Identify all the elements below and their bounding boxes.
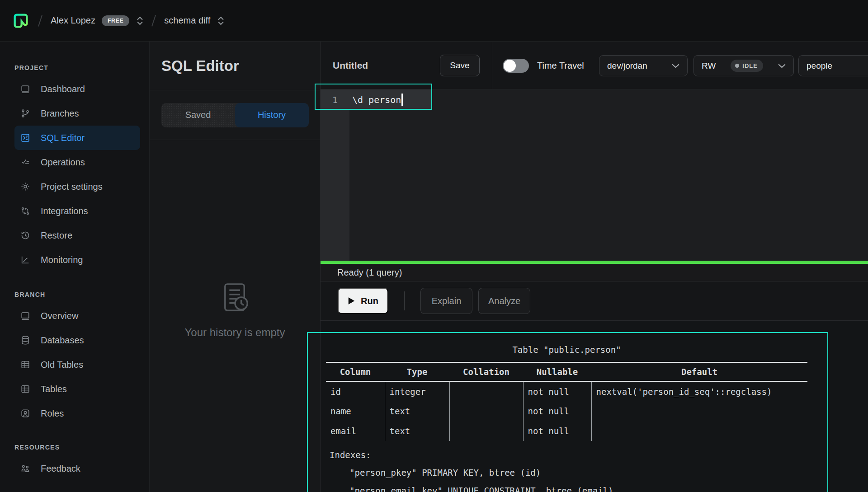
code-highlight-annotation xyxy=(315,84,432,110)
cell xyxy=(449,401,523,421)
top-bar: Alex Lopez FREE schema diff xyxy=(0,0,868,42)
time-travel-toggle[interactable] xyxy=(503,59,529,73)
org-switcher-chevrons-icon[interactable] xyxy=(137,16,143,26)
cell: not null xyxy=(523,401,591,421)
sidebar-item-databases[interactable]: Databases xyxy=(14,328,140,352)
sidebar-item-feedback[interactable]: Feedback xyxy=(14,456,140,481)
database-select[interactable]: people xyxy=(798,55,868,76)
table-row: name text not null xyxy=(326,401,807,421)
editor-gutter xyxy=(321,89,349,261)
gear-icon xyxy=(20,181,31,192)
index-entry: "person_email_key" UNIQUE CONSTRAINT, bt… xyxy=(326,482,827,492)
results-table-title: Table "public.person" xyxy=(326,342,807,357)
checklist-icon xyxy=(20,157,31,168)
index-entry: "person_pkey" PRIMARY KEY, btree (id) xyxy=(326,464,827,482)
sidebar-item-monitoring[interactable]: Monitoring xyxy=(14,248,140,272)
tab-history[interactable]: History xyxy=(235,103,309,127)
sidebar-item-operations[interactable]: Operations xyxy=(14,150,140,174)
org-name[interactable]: Alex Lopez xyxy=(51,15,95,26)
explain-button[interactable]: Explain xyxy=(420,288,472,314)
analyze-button[interactable]: Analyze xyxy=(478,288,530,314)
document-clock-icon xyxy=(218,280,252,314)
tab-saved[interactable]: Saved xyxy=(161,103,235,127)
cell: not null xyxy=(523,381,591,401)
people-icon xyxy=(20,463,31,474)
breadcrumb-slash-icon xyxy=(151,15,156,26)
history-clock-icon xyxy=(20,230,31,241)
column-header: Default xyxy=(591,362,807,381)
sidebar-item-old-tables[interactable]: Old Tables xyxy=(14,352,140,377)
plan-badge: FREE xyxy=(102,15,129,26)
run-button[interactable]: Run xyxy=(338,288,388,314)
toolbar-divider xyxy=(492,42,492,89)
chart-icon xyxy=(20,254,31,265)
table-row: email text not null xyxy=(326,421,807,441)
column-header: Nullable xyxy=(523,362,591,381)
cell: text xyxy=(385,421,449,441)
sidebar-section-project: PROJECT xyxy=(14,59,140,77)
action-buttons-row: Run Explain Analyze xyxy=(321,281,868,321)
sidebar-item-project-settings[interactable]: Project settings xyxy=(14,174,140,199)
schema-table: Column Type Collation Nullable Default i… xyxy=(326,362,807,441)
column-header: Type xyxy=(385,362,449,381)
table-header-row: Column Type Collation Nullable Default xyxy=(326,362,807,381)
table-icon xyxy=(20,359,31,370)
database-icon xyxy=(20,335,31,346)
main-area: Untitled Save Time Travel dev/jordan RW … xyxy=(320,42,868,492)
neon-console: Alex Lopez FREE schema diff PROJECT Dash… xyxy=(0,0,868,492)
sql-editor-panel-header: SQL Editor xyxy=(150,42,320,90)
sidebar-item-label: SQL Editor xyxy=(41,133,85,143)
sidebar-item-label: Restore xyxy=(41,230,72,241)
sidebar-item-branches[interactable]: Branches xyxy=(14,101,140,126)
breadcrumb-slash-icon xyxy=(38,15,42,26)
branch-select-value: dev/jordan xyxy=(607,61,647,71)
sidebar-item-roles[interactable]: Roles xyxy=(14,401,140,426)
sidebar-item-restore[interactable]: Restore xyxy=(14,223,140,248)
sidebar-item-tables[interactable]: Tables xyxy=(14,377,140,401)
sidebar-item-dashboard[interactable]: Dashboard xyxy=(14,77,140,101)
branch-select[interactable]: dev/jordan xyxy=(599,55,688,76)
cell: email xyxy=(326,421,385,441)
sidebar-item-integrations[interactable]: Integrations xyxy=(14,199,140,223)
sql-editor-panel: SQL Editor Saved History Your history is… xyxy=(149,42,320,492)
integrations-icon xyxy=(20,206,31,216)
chevron-down-icon xyxy=(672,64,679,68)
sidebar-item-label: Old Tables xyxy=(41,360,83,370)
sidebar-item-label: Overview xyxy=(41,311,78,321)
project-switcher-chevrons-icon[interactable] xyxy=(217,16,224,26)
cell xyxy=(591,421,807,441)
project-name[interactable]: schema diff xyxy=(164,15,210,26)
user-badge-icon xyxy=(20,408,31,419)
chevron-down-icon xyxy=(778,64,786,68)
endpoint-rw-label: RW xyxy=(702,61,716,71)
sidebar-item-overview[interactable]: Overview xyxy=(14,304,140,328)
status-ready-text: Ready (1 query) xyxy=(337,267,402,278)
indexes-label: Indexes: xyxy=(326,446,827,464)
results-highlight-annotation: Table "public.person" Column Type Collat… xyxy=(307,332,828,492)
git-branch-icon xyxy=(20,108,31,119)
neon-logo[interactable] xyxy=(12,11,30,30)
sidebar-item-label: Project settings xyxy=(41,182,103,192)
code-editor[interactable]: 1 \d person xyxy=(321,89,868,261)
status-text: IDLE xyxy=(742,62,758,69)
sidebar-section-resources: RESOURCES xyxy=(14,438,140,456)
database-select-value: people xyxy=(807,61,832,71)
cell xyxy=(591,401,807,421)
sidebar-section-branch: BRANCH xyxy=(14,286,140,304)
saved-history-segmented-control: Saved History xyxy=(161,103,309,127)
cell: id xyxy=(326,381,385,401)
cell: integer xyxy=(385,381,449,401)
tabs-row: Saved History xyxy=(150,90,320,140)
cell: nextval('person_id_seq'::regclass) xyxy=(591,381,807,401)
compute-endpoint-select[interactable]: RW IDLE xyxy=(693,55,794,76)
cell: not null xyxy=(523,421,591,441)
status-row: Ready (1 query) xyxy=(321,264,868,281)
buttons-separator xyxy=(404,291,405,310)
column-header: Column xyxy=(326,362,385,381)
sidebar-item-sql-editor[interactable]: SQL Editor xyxy=(14,126,140,150)
toggle-knob xyxy=(504,60,516,72)
save-button[interactable]: Save xyxy=(440,55,480,76)
cell xyxy=(449,381,523,401)
window-icon xyxy=(20,310,31,321)
history-empty-state: Your history is empty xyxy=(150,280,320,339)
